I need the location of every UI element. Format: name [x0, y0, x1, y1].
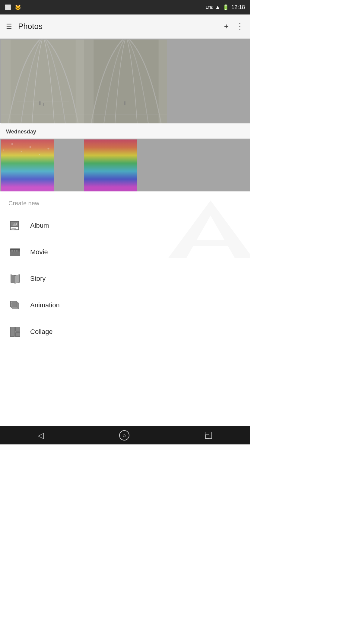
svg-rect-29 [11, 228, 16, 229]
battery-icon: 🔋 [223, 4, 229, 11]
corridor-photo-right [84, 40, 168, 124]
story-icon [8, 272, 22, 285]
home-button[interactable]: ○ [119, 430, 129, 441]
svg-rect-0 [1, 40, 85, 124]
menu-item-collage[interactable]: Collage [0, 319, 250, 345]
svg-rect-5 [1, 40, 11, 124]
menu-item-movie[interactable]: Movie [0, 239, 250, 265]
svg-rect-44 [10, 327, 14, 337]
signal-icon: ▲ [215, 4, 220, 10]
svg-rect-3 [39, 101, 40, 105]
corridor-photo-left [1, 40, 85, 124]
photo-thumb-empty2 [167, 139, 249, 192]
svg-point-41 [11, 302, 12, 303]
monitor-icon: ⬜ [5, 4, 11, 11]
notification-icon: 🐱 [15, 4, 21, 11]
recents-button[interactable]: □ [205, 432, 212, 439]
svg-rect-46 [15, 332, 20, 337]
animation-icon [8, 299, 22, 312]
create-new-label: Create new [0, 191, 250, 212]
photos-area-wednesday [0, 139, 250, 191]
svg-rect-4 [43, 103, 44, 106]
photo-thumb[interactable] [1, 40, 85, 124]
svg-point-28 [16, 223, 17, 225]
animation-label: Animation [30, 301, 60, 309]
app-bar: ☰ Photos + ⋮ [0, 14, 250, 39]
album-label: Album [30, 222, 49, 229]
album-icon [8, 219, 22, 232]
svg-rect-10 [84, 40, 94, 124]
photos-area-top [0, 39, 250, 123]
collage-label: Collage [30, 328, 53, 336]
section-header-wednesday: Wednesday [0, 123, 250, 139]
menu-item-album[interactable]: Album [0, 212, 250, 239]
bottom-sheet-container: Create new Album [0, 191, 250, 351]
hamburger-menu-icon[interactable]: ☰ [6, 23, 12, 30]
app-bar-actions: + ⋮ [224, 22, 244, 31]
status-bar-right: LTE ▲ 🔋 12:18 [206, 4, 245, 11]
svg-rect-9 [124, 101, 125, 105]
clock: 12:18 [231, 4, 245, 11]
movie-icon [8, 245, 22, 259]
bottom-nav-bar: ◁ ○ □ [0, 426, 250, 444]
svg-rect-30 [11, 229, 14, 230]
add-button[interactable]: + [224, 22, 229, 31]
menu-item-animation[interactable]: Animation [0, 292, 250, 319]
collage-icon [8, 325, 22, 338]
section-label: Wednesday [0, 123, 250, 139]
photo-thumb-empty [167, 40, 250, 124]
photo-thumb[interactable] [84, 40, 168, 124]
photo-thumb-rainbow-left[interactable] [1, 139, 54, 192]
lte-indicator: LTE [206, 5, 213, 10]
svg-rect-45 [15, 327, 20, 332]
svg-point-43 [11, 306, 12, 306]
menu-item-story[interactable]: Story [0, 265, 250, 292]
status-bar: ⬜ 🐱 LTE ▲ 🔋 12:18 [0, 0, 250, 14]
movie-label: Movie [30, 248, 48, 256]
photo-thumb-rainbow-right[interactable] [84, 139, 137, 192]
svg-rect-36 [10, 248, 20, 250]
more-options-button[interactable]: ⋮ [236, 22, 244, 31]
back-button[interactable]: ◁ [38, 431, 44, 440]
svg-point-42 [11, 304, 12, 305]
story-label: Story [30, 275, 46, 283]
svg-rect-7 [84, 40, 168, 124]
app-title: Photos [18, 22, 224, 31]
status-bar-left: ⬜ 🐱 [5, 4, 21, 11]
